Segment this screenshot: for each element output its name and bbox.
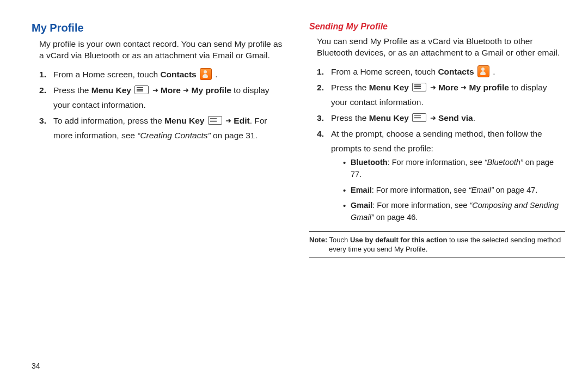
bullet-gmail: Gmail: For more information, see “Compos… [343, 199, 565, 224]
bluetooth-ref: “Bluetooth” [485, 158, 523, 167]
contacts-icon [200, 68, 212, 80]
section-heading-my-profile: My Profile [32, 22, 287, 34]
menu-key-icon [208, 116, 222, 125]
bullet-email: Email: For more information, see “Email”… [343, 184, 565, 196]
arrow-icon [430, 83, 436, 92]
menu-key-label: Menu Key [91, 85, 131, 95]
sending-methods-list: Bluetooth: For more information, see “Bl… [331, 156, 565, 224]
bluetooth-label: Bluetooth [351, 158, 388, 167]
contacts-label: Contacts [160, 70, 196, 79]
menu-key-label: Menu Key [164, 116, 204, 125]
b2-b: : For more information, see [372, 186, 469, 194]
step-2: Press the Menu Key More My profile to di… [317, 80, 565, 109]
note-block: Note: Touch Use by default for this acti… [309, 231, 565, 258]
b2-d: on page 47. [494, 186, 538, 194]
r-step3-a: Press the [331, 113, 369, 122]
menu-key-label: Menu Key [369, 113, 409, 122]
edit-label: Edit [234, 116, 249, 125]
steps-list: From a Home screen, touch Contacts . Pre… [32, 67, 287, 143]
step2-text-a: Press the [53, 85, 91, 95]
step3-text-a: To add information, press the [53, 116, 164, 125]
page-number: 34 [32, 362, 40, 370]
r-step4: At the prompt, choose a sending method, … [331, 129, 542, 153]
menu-key-icon [412, 113, 426, 122]
arrow-icon [461, 83, 467, 92]
step3-text-f: on page 31. [211, 131, 258, 140]
step1-text-a: From a Home screen, touch [53, 70, 160, 79]
my-profile-label: My profile [469, 83, 509, 92]
step-1: From a Home screen, touch Contacts . [317, 64, 565, 79]
section-heading-sending: Sending My Profile [309, 22, 565, 32]
menu-key-label: Menu Key [369, 83, 409, 92]
arrow-icon [225, 116, 231, 125]
manual-page: My Profile My profile is your own contac… [0, 0, 588, 258]
arrow-icon [430, 113, 436, 122]
contacts-label: Contacts [438, 67, 474, 76]
arrow-icon [152, 85, 158, 95]
intro-text: You can send My Profile as a vCard via B… [317, 36, 565, 59]
more-label: More [161, 85, 181, 95]
email-ref: “Email” [469, 186, 494, 194]
r-step3-d: . [473, 113, 475, 122]
step-4: At the prompt, choose a sending method, … [317, 126, 565, 224]
left-column: My Profile My profile is your own contac… [32, 22, 287, 258]
gmail-label: Gmail [351, 201, 372, 210]
contacts-icon [477, 65, 489, 77]
r-step2-a: Press the [331, 83, 369, 92]
send-via-label: Send via [438, 113, 473, 122]
b3-d: on page 46. [374, 213, 418, 222]
menu-key-icon [412, 83, 426, 91]
r-step1-a: From a Home screen, touch [331, 67, 438, 76]
bullet-bluetooth: Bluetooth: For more information, see “Bl… [343, 156, 565, 181]
my-profile-label: My profile [192, 85, 231, 95]
menu-key-icon [134, 85, 149, 94]
step-2: Press the Menu Key More My profile to di… [39, 83, 287, 112]
right-column: Sending My Profile You can send My Profi… [309, 22, 565, 258]
r-step1-c: . [491, 67, 495, 76]
creating-contacts-ref: “Creating Contacts” [137, 131, 210, 140]
more-label: More [438, 83, 458, 92]
step-1: From a Home screen, touch Contacts . [39, 67, 287, 82]
arrow-icon [183, 85, 189, 95]
intro-text: My profile is your own contact record. Y… [39, 39, 287, 62]
email-label: Email [351, 186, 372, 194]
step-3: Press the Menu Key Send via. [317, 111, 565, 125]
steps-list: From a Home screen, touch Contacts . Pre… [309, 64, 565, 224]
b3-b: : For more information, see [372, 201, 469, 210]
step1-text-c: . [213, 70, 218, 79]
b1-b: : For more information, see [388, 158, 485, 167]
step-3: To add information, press the Menu Key E… [39, 113, 287, 143]
